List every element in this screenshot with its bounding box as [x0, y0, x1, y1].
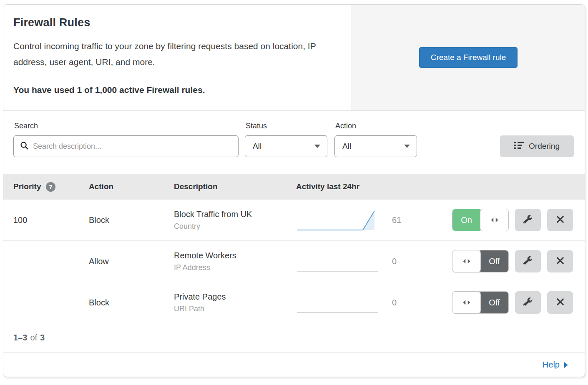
rule-match-type: IP Address: [174, 263, 296, 272]
rule-description: Block Traffic from UK: [174, 210, 296, 219]
search-input[interactable]: [33, 142, 232, 151]
priority-column-header: Priority: [13, 182, 41, 191]
chevron-down-icon: [314, 145, 320, 148]
help-link[interactable]: Help: [543, 360, 568, 370]
activity-sparkline: [296, 290, 379, 315]
edit-rule-button[interactable]: [515, 291, 541, 314]
status-selected-value: All: [253, 142, 261, 151]
close-icon: [555, 256, 565, 267]
help-arrow-icon: [564, 362, 568, 368]
header-action-panel: Create a Firewall rule: [352, 5, 585, 110]
table-row: Block Private Pages URI Path 0: [3, 282, 585, 323]
table-body: 100 Block Block Traffic from UK Country …: [3, 200, 585, 323]
search-icon: [20, 141, 29, 152]
wrench-icon: [523, 256, 533, 267]
activity-count: 61: [392, 215, 401, 225]
priority-value: 100: [3, 215, 89, 225]
activity-sparkline: [296, 208, 379, 232]
wrench-icon: [523, 298, 533, 308]
toggle-off-label[interactable]: Off: [480, 292, 508, 313]
pagination-total: 3: [40, 333, 45, 342]
activity-count: 0: [392, 298, 397, 308]
status-label: Status: [246, 122, 327, 130]
rule-description: Remote Workers: [174, 251, 296, 260]
table-row: Allow Remote Workers IP Address 0: [3, 241, 585, 282]
status-select[interactable]: All: [245, 135, 327, 157]
rule-match-type: Country: [174, 222, 296, 231]
enable-toggle[interactable]: Off: [452, 250, 509, 272]
ordering-button[interactable]: Ordering: [500, 135, 574, 157]
page-description: Control incoming traffic to your zone by…: [13, 38, 337, 70]
toggle-on-label[interactable]: On: [452, 209, 480, 231]
help-link-label: Help: [543, 360, 560, 370]
filter-section: Search Status All Action All: [3, 111, 585, 174]
toggle-handle-icon[interactable]: [480, 209, 509, 231]
action-select[interactable]: All: [334, 135, 417, 157]
close-icon: [555, 215, 565, 225]
enable-toggle[interactable]: On: [452, 209, 509, 231]
create-firewall-rule-button[interactable]: Create a Firewall rule: [419, 47, 518, 68]
ordering-button-label: Ordering: [529, 142, 560, 151]
firewall-rules-card: Firewall Rules Control incoming traffic …: [3, 4, 585, 377]
chevron-down-icon: [404, 145, 410, 148]
description-column-header: Description: [174, 182, 296, 191]
help-row: Help: [3, 352, 585, 377]
rule-match-type: URI Path: [174, 305, 296, 313]
delete-rule-button[interactable]: [547, 250, 573, 272]
action-column-header: Action: [89, 182, 174, 191]
search-label: Search: [14, 122, 239, 130]
action-value: Block: [89, 298, 174, 308]
delete-rule-button[interactable]: [547, 291, 573, 314]
close-icon: [555, 297, 565, 308]
ordering-list-icon: [514, 141, 524, 152]
priority-help-icon[interactable]: ?: [46, 182, 55, 192]
enable-toggle[interactable]: Off: [452, 291, 509, 314]
action-label: Action: [335, 122, 417, 130]
activity-sparkline: [296, 249, 379, 273]
table-row: 100 Block Block Traffic from UK Country …: [3, 200, 585, 241]
search-box: [13, 135, 239, 157]
page-title: Firewall Rules: [13, 16, 338, 29]
toggle-off-label[interactable]: Off: [480, 250, 508, 272]
rule-description: Private Pages: [174, 292, 296, 302]
action-selected-value: All: [342, 142, 351, 151]
header-text-area: Firewall Rules Control incoming traffic …: [3, 5, 352, 110]
pagination-range: 1–3: [13, 333, 27, 342]
edit-rule-button[interactable]: [515, 209, 541, 231]
wrench-icon: [523, 215, 533, 225]
activity-column-header: Activity last 24hr: [296, 182, 452, 191]
toggle-handle-icon[interactable]: [452, 250, 481, 272]
usage-note: You have used 1 of 1,000 active Firewall…: [13, 85, 338, 95]
header-section: Firewall Rules Control incoming traffic …: [3, 5, 585, 111]
table-header: Priority ? Action Description Activity l…: [3, 174, 585, 200]
action-value: Block: [89, 215, 174, 225]
pagination-of-label: of: [30, 333, 37, 342]
activity-count: 0: [392, 257, 397, 266]
toggle-handle-icon[interactable]: [452, 291, 481, 314]
edit-rule-button[interactable]: [515, 250, 541, 272]
pagination-row: 1–3 of 3: [3, 323, 585, 352]
action-value: Allow: [89, 257, 174, 266]
delete-rule-button[interactable]: [547, 209, 573, 231]
